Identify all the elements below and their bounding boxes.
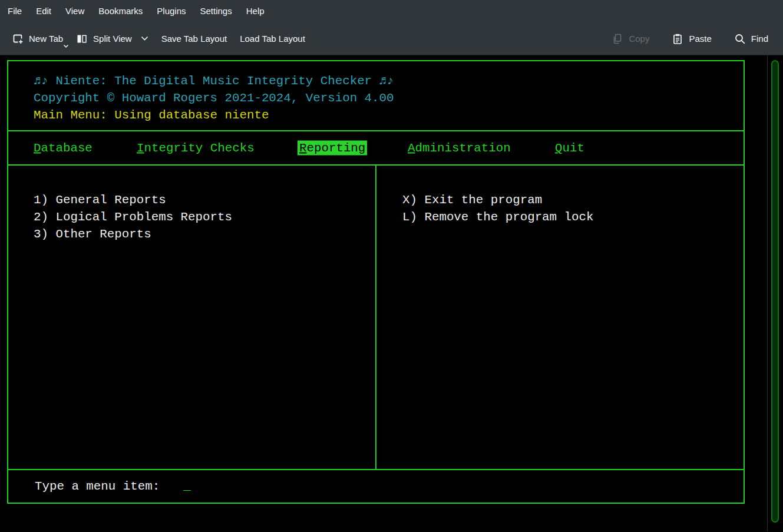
menubar-item-plugins[interactable]: Plugins <box>150 0 193 22</box>
menu-option-general-reports: 1) General Reports <box>34 191 375 209</box>
menubar-item-file[interactable]: File <box>1 0 29 22</box>
menu-input-prompt[interactable]: Type a menu item: _ <box>8 470 744 503</box>
paste-button[interactable]: Paste <box>668 29 715 48</box>
split-view-label: Split View <box>93 34 132 44</box>
search-icon <box>734 33 746 45</box>
toolbar-left-group: New Tab Split View Save Tab Layout Load … <box>8 29 315 48</box>
save-tab-layout-button[interactable]: Save Tab Layout <box>158 30 230 47</box>
load-tab-layout-button[interactable]: Load Tab Layout <box>236 30 309 47</box>
window-menubar: File Edit View Bookmarks Plugins Setting… <box>0 0 783 22</box>
menubar-item-view[interactable]: View <box>58 0 91 22</box>
menubar-item-bookmarks[interactable]: Bookmarks <box>91 0 150 22</box>
niente-tui-window: ♬♪ Niente: The Digital Music Integrity C… <box>7 60 745 504</box>
terminal-view[interactable]: ♬♪ Niente: The Digital Music Integrity C… <box>0 55 783 531</box>
split-view-icon <box>76 33 88 45</box>
reports-submenu-panel: 1) General Reports 2) Logical Problems R… <box>8 166 376 469</box>
copy-label: Copy <box>629 34 649 44</box>
tui-menu-item-administration[interactable]: Administration <box>408 141 511 155</box>
find-label: Find <box>751 34 768 44</box>
find-button[interactable]: Find <box>731 29 772 48</box>
split-view-chevron-down-icon[interactable] <box>141 36 148 41</box>
scrollbar-track-separator <box>767 55 768 531</box>
menu-option-other-reports: 3) Other Reports <box>34 226 375 243</box>
menu-option-remove-program-lock: L) Remove the program lock <box>402 209 744 226</box>
paste-label: Paste <box>689 34 711 44</box>
tui-menu-item-integrity-checks[interactable]: Integrity Checks <box>137 141 255 155</box>
menu-option-exit-program: X) Exit the program <box>402 191 744 209</box>
new-tab-button[interactable]: New Tab <box>8 29 67 48</box>
new-tab-label: New Tab <box>29 34 63 44</box>
toolbar: New Tab Split View Save Tab Layout Load … <box>0 22 783 55</box>
new-tab-chevron-down-icon[interactable] <box>63 44 69 48</box>
menubar-item-help[interactable]: Help <box>239 0 272 22</box>
save-tab-layout-label: Save Tab Layout <box>161 34 227 44</box>
scrollbar-thumb[interactable] <box>771 60 779 523</box>
new-tab-icon <box>12 33 24 45</box>
split-view-button[interactable]: Split View <box>72 29 152 48</box>
global-options-panel: X) Exit the program L) Remove the progra… <box>376 166 744 469</box>
copy-button: Copy <box>608 29 653 48</box>
copyright-line: Copyright © Howard Rogers 2021-2024, Ver… <box>34 90 744 107</box>
tui-header-box: ♬♪ Niente: The Digital Music Integrity C… <box>8 61 744 131</box>
load-tab-layout-label: Load Tab Layout <box>240 34 305 44</box>
paste-icon <box>672 33 683 45</box>
menubar-item-edit[interactable]: Edit <box>29 0 58 22</box>
toolbar-right-group: Copy Paste Find <box>593 29 772 48</box>
menubar-item-settings[interactable]: Settings <box>193 0 239 22</box>
menu-option-logical-problems-reports: 2) Logical Problems Reports <box>34 209 375 226</box>
tui-content-area: 1) General Reports 2) Logical Problems R… <box>8 166 744 470</box>
tui-menu-item-database[interactable]: Database <box>34 141 92 155</box>
text-cursor: _ <box>183 480 190 493</box>
prompt-label: Type a menu item: <box>35 480 160 493</box>
tui-menu-item-reporting[interactable]: Reporting <box>298 141 367 156</box>
copy-icon <box>612 33 623 45</box>
app-title: ♬♪ Niente: The Digital Music Integrity C… <box>34 72 744 90</box>
tui-menu-bar: Database Integrity Checks Reporting Admi… <box>8 131 744 166</box>
tui-menu-item-quit[interactable]: Quit <box>555 141 584 155</box>
main-menu-status-line: Main Menu: Using database niente <box>34 107 744 124</box>
